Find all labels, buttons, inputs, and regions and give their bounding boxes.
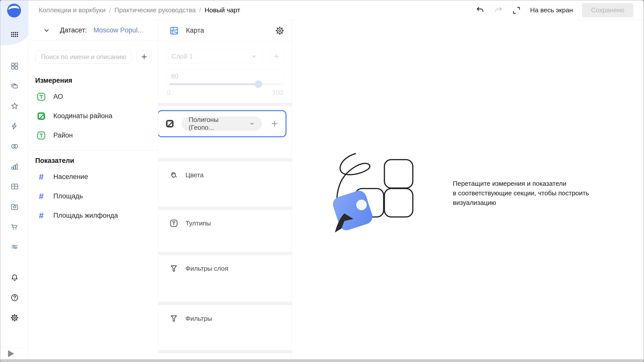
fullscreen-expand-icon[interactable] xyxy=(512,6,521,15)
undo-icon[interactable] xyxy=(476,6,485,15)
dataset-label: Датасет: xyxy=(60,26,87,34)
text-field-icon xyxy=(36,130,46,141)
all-services-grid-icon[interactable] xyxy=(10,31,20,38)
blue-square-dot xyxy=(356,200,367,210)
opacity-slider-fill xyxy=(169,83,258,85)
sidebar-item-storage[interactable] xyxy=(10,202,19,211)
sidebar-item-tables[interactable] xyxy=(10,182,19,191)
app-window: Коллекции и воркбуки / Практические руко… xyxy=(0,0,644,362)
section-gap xyxy=(158,302,292,305)
dataset-row: Датасет: Moscow Popul... xyxy=(29,20,158,40)
bell-icon xyxy=(10,273,19,282)
sidebar-item-settings[interactable] xyxy=(10,313,19,322)
breadcrumb-collections[interactable]: Коллекции и воркбуки xyxy=(39,6,106,14)
field-label: АО xyxy=(53,93,63,101)
shopping-cart-icon xyxy=(10,222,19,231)
plus-icon xyxy=(140,53,148,61)
tooltip-icon xyxy=(169,219,178,228)
sidebar-item-marketplace[interactable] xyxy=(10,222,19,231)
dataset-name-link[interactable]: Moscow Popul... xyxy=(93,26,143,34)
dimensions-title: Измерения xyxy=(35,77,158,84)
datalens-logo-icon[interactable] xyxy=(6,3,22,18)
chart-type-header: Карта xyxy=(158,20,292,41)
drag-drop-illustration xyxy=(330,152,415,237)
section-gap xyxy=(158,207,292,210)
measures-title: Показатели xyxy=(35,157,158,165)
sidebar-item-rings[interactable] xyxy=(10,142,19,151)
fields-search-row xyxy=(35,50,152,64)
section-gap xyxy=(158,158,292,161)
sidebar-item-favorites[interactable] xyxy=(10,102,19,110)
chart-type-label[interactable]: Карта xyxy=(186,27,204,34)
field-label: Население xyxy=(53,173,88,181)
search-input[interactable] xyxy=(35,50,132,64)
field-row-ao[interactable]: АО xyxy=(36,87,158,106)
add-geotype-field-button[interactable] xyxy=(270,119,279,128)
sliders-icon xyxy=(10,243,19,251)
layer-filters-section[interactable]: Фильтры слоя xyxy=(158,255,292,302)
gear-icon xyxy=(10,313,19,322)
filters-section-label: Фильтры xyxy=(185,315,212,323)
opacity-min-label: 0 xyxy=(167,89,170,97)
layer-opacity-input[interactable]: 80 xyxy=(166,69,284,85)
add-field-button[interactable] xyxy=(137,50,152,64)
section-gap xyxy=(158,103,292,106)
bottom-scrollbar[interactable] xyxy=(1,359,643,361)
saved-button[interactable]: Сохранено xyxy=(582,3,633,17)
field-label: Площадь жилфонда xyxy=(53,212,118,219)
filters-section[interactable]: Фильтры xyxy=(158,305,292,350)
visualization-canvas: Перетащите измерения и показатели в соот… xyxy=(292,20,643,359)
plus-icon xyxy=(273,53,280,60)
section-gap xyxy=(158,252,292,255)
fields-divider xyxy=(29,150,158,150)
breadcrumb-guides[interactable]: Практические руководства xyxy=(114,6,196,14)
top-bar: Коллекции и воркбуки / Практические руко… xyxy=(29,1,643,20)
field-label: Коодинаты района xyxy=(53,112,112,120)
geotype-section: Полигоны (Геопо... xyxy=(158,106,292,158)
opacity-slider-track[interactable] xyxy=(169,83,281,85)
field-row-district[interactable]: Район xyxy=(36,126,158,145)
breadcrumb-separator: / xyxy=(109,6,111,14)
sidebar-item-charts[interactable] xyxy=(10,162,19,171)
expand-rail-arrow-icon[interactable] xyxy=(8,350,14,357)
chevron-down-icon xyxy=(251,53,257,60)
chart-settings-gear-icon[interactable] xyxy=(275,26,285,35)
sidebar-item-collections[interactable] xyxy=(10,82,19,90)
opacity-max-label: 100 xyxy=(272,89,283,97)
layer-select[interactable]: Слой 1 xyxy=(166,49,263,64)
tooltips-section[interactable]: Тултипы xyxy=(158,210,292,252)
opacity-scale: 0 100 xyxy=(166,89,284,97)
add-layer-button[interactable] xyxy=(269,49,284,64)
breadcrumb: Коллекции и воркбуки / Практические руко… xyxy=(39,6,240,14)
breadcrumb-current-chart: Новый чарт xyxy=(205,6,240,14)
empty-section xyxy=(158,353,292,359)
chevron-down-icon[interactable] xyxy=(43,27,50,34)
colors-section[interactable]: Цвета xyxy=(158,161,292,207)
field-row-population[interactable]: # Население xyxy=(36,167,158,187)
collections-icon xyxy=(10,82,19,90)
sidebar-item-lightning[interactable] xyxy=(10,122,19,130)
rail-divider xyxy=(1,347,28,348)
fullscreen-button[interactable]: На весь экран xyxy=(530,6,573,14)
sidebar-item-sliders[interactable] xyxy=(10,243,19,251)
redo-icon[interactable] xyxy=(494,6,503,15)
chevron-down-icon xyxy=(249,121,255,127)
hint-line: визуализацию xyxy=(453,198,604,207)
paint-bucket-icon xyxy=(169,170,178,179)
chart-config-panel: Карта Слой 1 80 xyxy=(158,20,292,359)
number-hash-icon: # xyxy=(36,172,46,182)
field-row-housing-area[interactable]: # Площадь жилфонда xyxy=(36,206,158,225)
hint-line: в соответствующие секции, чтобы построит… xyxy=(453,188,604,198)
sidebar-item-help[interactable] xyxy=(10,293,19,302)
field-row-coordinates[interactable]: Коодинаты района xyxy=(36,106,158,126)
dataset-fields-panel: Датасет: Moscow Popul... Измерения АО Ко… xyxy=(29,20,158,359)
star-icon xyxy=(10,102,19,110)
field-row-area[interactable]: # Площадь xyxy=(36,187,158,206)
sidebar-item-dashboards[interactable] xyxy=(10,62,19,70)
geotype-select[interactable]: Полигоны (Геопо... xyxy=(182,117,262,131)
table-icon xyxy=(10,182,19,191)
layer-block: Слой 1 80 0 100 xyxy=(158,41,292,103)
left-rail xyxy=(1,1,28,359)
sidebar-item-notifications[interactable] xyxy=(10,273,19,282)
opacity-slider-knob[interactable] xyxy=(255,80,262,88)
